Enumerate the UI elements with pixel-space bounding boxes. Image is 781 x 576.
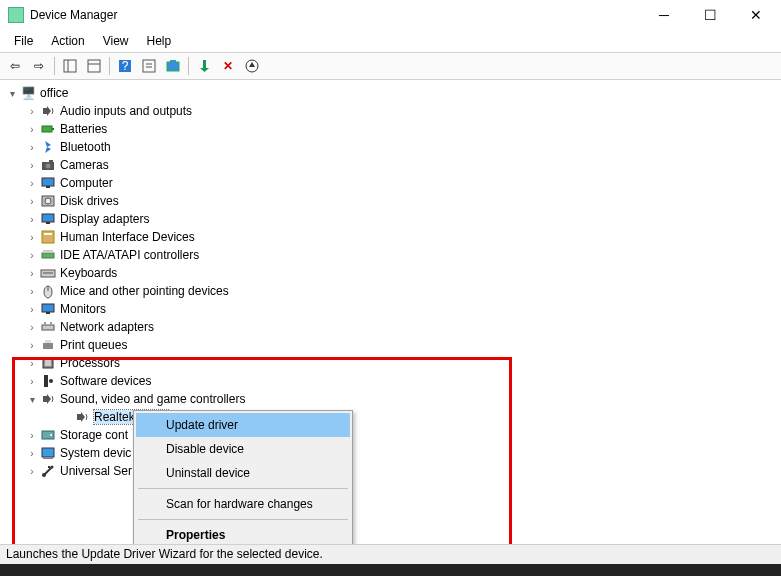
svg-rect-17 <box>42 126 52 132</box>
expand-arrow-icon[interactable]: › <box>26 304 38 315</box>
tree-category-processors[interactable]: ›Processors <box>2 354 779 372</box>
tree-category-hid[interactable]: ›Human Interface Devices <box>2 228 779 246</box>
minimize-button[interactable]: ─ <box>641 0 687 30</box>
scan-button[interactable] <box>162 55 184 77</box>
svg-point-26 <box>45 198 51 204</box>
disk-icon <box>40 193 56 209</box>
tree-category-swdev[interactable]: ›Software devices <box>2 372 779 390</box>
context-menu-item[interactable]: Scan for hardware changes <box>136 492 350 516</box>
help-button[interactable]: ? <box>114 55 136 77</box>
tree-category-computer[interactable]: ›Computer <box>2 174 779 192</box>
action-button[interactable] <box>138 55 160 77</box>
back-button[interactable]: ⇦ <box>4 55 26 77</box>
printer-icon <box>40 337 56 353</box>
forward-button[interactable]: ⇨ <box>28 55 50 77</box>
context-menu-item[interactable]: Uninstall device <box>136 461 350 485</box>
tree-root[interactable]: ▾ 🖥️ office <box>2 84 779 102</box>
hid-icon <box>40 229 56 245</box>
menu-bar: File Action View Help <box>0 30 781 52</box>
svg-marker-49 <box>47 394 51 404</box>
uninstall-button[interactable]: ✕ <box>217 55 239 77</box>
category-label: Monitors <box>60 302 106 316</box>
svg-rect-0 <box>64 60 76 72</box>
expand-arrow-icon[interactable]: ▾ <box>26 394 38 405</box>
expand-arrow-icon[interactable]: › <box>26 376 38 387</box>
expand-arrow-icon[interactable]: › <box>26 358 38 369</box>
tree-category-keyboards[interactable]: ›Keyboards <box>2 264 779 282</box>
category-label: Human Interface Devices <box>60 230 195 244</box>
tree-category-network[interactable]: ›Network adapters <box>2 318 779 336</box>
mouse-icon <box>40 283 56 299</box>
svg-rect-52 <box>42 431 54 439</box>
tree-category-printq[interactable]: ›Print queues <box>2 336 779 354</box>
category-label: Batteries <box>60 122 107 136</box>
tree-category-svgc[interactable]: ▾Sound, video and game controllers <box>2 390 779 408</box>
tree-device-realtek[interactable]: Realtek Audio <box>2 408 779 426</box>
enable-button[interactable] <box>193 55 215 77</box>
tree-category-audio-io[interactable]: ›Audio inputs and outputs <box>2 102 779 120</box>
menu-action[interactable]: Action <box>43 32 92 50</box>
tree-category-cameras[interactable]: ›Cameras <box>2 156 779 174</box>
menu-help[interactable]: Help <box>139 32 180 50</box>
svg-rect-6 <box>143 60 155 72</box>
expand-arrow-icon[interactable]: › <box>26 322 38 333</box>
svg-rect-29 <box>42 231 54 243</box>
expand-arrow-icon[interactable]: › <box>26 142 38 153</box>
tree-category-disk[interactable]: ›Disk drives <box>2 192 779 210</box>
tree-category-mice[interactable]: ›Mice and other pointing devices <box>2 282 779 300</box>
menu-view[interactable]: View <box>95 32 137 50</box>
tree-category-display[interactable]: ›Display adapters <box>2 210 779 228</box>
root-label: office <box>40 86 68 100</box>
expand-arrow-icon[interactable]: › <box>26 250 38 261</box>
svg-rect-24 <box>46 186 50 188</box>
expand-arrow-icon[interactable]: › <box>26 340 38 351</box>
expand-arrow-icon[interactable]: › <box>26 196 38 207</box>
tree-category-storage[interactable]: ›Storage cont <box>2 426 779 444</box>
computer-icon: 🖥️ <box>20 85 36 101</box>
category-label: Storage cont <box>60 428 128 442</box>
expand-arrow-icon[interactable]: › <box>26 232 38 243</box>
tree-category-bluetooth[interactable]: ›Bluetooth <box>2 138 779 156</box>
monitor-icon <box>40 301 56 317</box>
expand-arrow-icon[interactable]: › <box>26 214 38 225</box>
context-menu-item[interactable]: Update driver <box>136 413 350 437</box>
expand-arrow-icon[interactable]: › <box>26 160 38 171</box>
tree-category-sysdev[interactable]: ›System devic <box>2 444 779 462</box>
toolbar-separator <box>188 57 189 75</box>
category-label: Processors <box>60 356 120 370</box>
expand-arrow-icon[interactable]: › <box>26 106 38 117</box>
tree-category-ide[interactable]: ›IDE ATA/ATAPI controllers <box>2 246 779 264</box>
category-label: Mice and other pointing devices <box>60 284 229 298</box>
category-label: Universal Ser <box>60 464 132 478</box>
category-label: IDE ATA/ATAPI controllers <box>60 248 199 262</box>
expand-arrow-icon[interactable]: › <box>26 268 38 279</box>
properties-button[interactable] <box>83 55 105 77</box>
speaker-icon <box>40 103 56 119</box>
svg-rect-30 <box>44 233 52 235</box>
expand-arrow-icon[interactable]: › <box>26 286 38 297</box>
svg-point-41 <box>50 322 52 324</box>
expand-arrow-icon[interactable]: › <box>26 124 38 135</box>
tree-category-batteries[interactable]: ›Batteries <box>2 120 779 138</box>
title-bar: Device Manager ─ ☐ ✕ <box>0 0 781 30</box>
show-hide-tree-button[interactable] <box>59 55 81 77</box>
expand-arrow-icon[interactable]: › <box>26 430 38 441</box>
expand-arrow-icon[interactable]: › <box>26 466 38 477</box>
category-label: System devic <box>60 446 131 460</box>
svg-rect-31 <box>42 253 54 258</box>
maximize-button[interactable]: ☐ <box>687 0 733 30</box>
close-button[interactable]: ✕ <box>733 0 779 30</box>
expand-arrow-icon[interactable]: › <box>26 178 38 189</box>
device-tree[interactable]: ▾ 🖥️ office ›Audio inputs and outputs›Ba… <box>0 80 781 484</box>
context-menu-item[interactable]: Disable device <box>136 437 350 461</box>
menu-file[interactable]: File <box>6 32 41 50</box>
tree-category-monitors[interactable]: ›Monitors <box>2 300 779 318</box>
svg-rect-55 <box>43 457 53 459</box>
toolbar-separator <box>109 57 110 75</box>
expand-arrow-icon[interactable]: ▾ <box>6 88 18 99</box>
tree-category-usb[interactable]: ›Universal Ser <box>2 462 779 480</box>
category-label: Bluetooth <box>60 140 111 154</box>
update-driver-button[interactable] <box>241 55 263 77</box>
expand-arrow-icon[interactable]: › <box>26 448 38 459</box>
svg-rect-10 <box>170 60 176 62</box>
